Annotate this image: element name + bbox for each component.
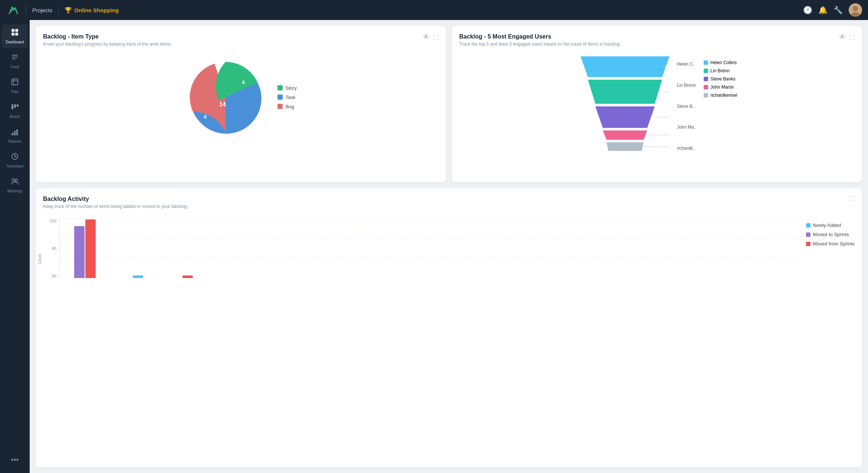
visibility-icon[interactable]: 👁	[423, 33, 430, 41]
card-header-text: Backlog - Item Type Know your backlog's …	[43, 33, 172, 53]
bar-to-1	[74, 226, 85, 278]
funnel-chart-area: Helen C.. Lin Brenn Steve B.. John Ma.. …	[459, 53, 855, 175]
nav-divider	[26, 4, 26, 16]
svg-rect-9	[12, 59, 16, 59]
funnel-label-lin: Lin Brenn	[677, 83, 697, 88]
svg-rect-14	[14, 104, 16, 108]
funnel-legend-richard: richardkennel	[704, 93, 737, 98]
sidebar-item-dashboard[interactable]: Dashboard	[2, 24, 28, 48]
bar-from-4	[183, 275, 193, 278]
sidebar-reports-label: Reports	[8, 139, 21, 143]
top-nav: Projects 🏆 Online Shopping 🕐 🔔 🔧	[0, 0, 868, 20]
backlog-activity-title: Backlog Activity	[43, 196, 188, 202]
bar-groups	[63, 219, 193, 278]
svg-rect-4	[15, 29, 18, 32]
y-axis-line	[59, 219, 60, 278]
app-logo[interactable]	[6, 3, 20, 17]
card-header-users-text: Backlog - 5 Most Engaged Users Track the…	[459, 33, 621, 53]
svg-rect-3	[11, 29, 14, 32]
card-header-users: Backlog - 5 Most Engaged Users Track the…	[459, 33, 855, 53]
backlog-item-type-title: Backlog - Item Type	[43, 33, 172, 40]
sidebar-timesheet-label: Timesheet	[6, 164, 23, 168]
funnel-legend: Helen Collins Lin Brenn Steve Banks	[704, 56, 737, 98]
user-avatar[interactable]	[849, 3, 862, 17]
bar-group-4	[183, 275, 193, 278]
dashboard-icon	[11, 28, 19, 39]
backlog-item-type-card: Backlog - Item Type Know your backlog's …	[36, 26, 446, 182]
sidebar-item-label: Dashboard	[6, 40, 24, 44]
sidebar-item-plan[interactable]: Plan	[2, 74, 28, 97]
bell-icon[interactable]: 🔔	[818, 6, 828, 14]
x-axis-count-label: Count	[38, 254, 42, 264]
sidebar-board-label: Board	[10, 115, 20, 119]
svg-point-24	[15, 179, 18, 182]
chart-inner	[59, 219, 799, 278]
svg-rect-6	[15, 33, 18, 36]
backlog-activity-subtitle: Keep track of the number of items being …	[43, 204, 188, 209]
bug-legend-dot	[277, 104, 283, 109]
expand-icon2[interactable]: ⛶	[849, 34, 855, 40]
feed-icon	[11, 53, 19, 63]
legend-moved-to-sprints: Moved to Sprints	[806, 232, 855, 237]
card-actions-item-type: 👁 ⛶	[423, 33, 438, 41]
clock-icon[interactable]: 🕐	[803, 6, 812, 14]
y-60: 60	[52, 274, 56, 278]
sidebar-item-board[interactable]: Board	[2, 99, 28, 122]
svg-text:14: 14	[219, 101, 226, 108]
bar-newly-3	[133, 275, 143, 278]
reports-icon	[11, 128, 19, 138]
timesheet-icon	[11, 152, 19, 163]
sidebar-feed-label: Feed	[11, 65, 19, 69]
funnel-svg	[577, 56, 673, 171]
legend-task: Task	[277, 95, 297, 100]
card-actions-activity: ⛶	[849, 196, 855, 202]
sidebar-item-feed[interactable]: Feed	[2, 49, 28, 73]
activity-legend: Newly Added Moved to Sprints Moved from …	[806, 215, 855, 247]
backlog-item-type-subtitle: Know your backlog's progress by keeping …	[43, 42, 172, 47]
funnel-label-john: John Ma..	[677, 125, 697, 130]
svg-rect-7	[12, 55, 18, 56]
activity-chart-area: 100 80 60	[43, 215, 855, 285]
top-card-row: Backlog - Item Type Know your backlog's …	[36, 26, 862, 182]
funnel-legend-lin: Lin Brenn	[704, 68, 737, 73]
gridline-100	[59, 219, 799, 219]
pie-chart-container: 4 14 4 Story	[43, 53, 438, 142]
main-layout: Dashboard Feed Plan	[0, 20, 868, 473]
card-header-activity-text: Backlog Activity Keep track of the numbe…	[43, 196, 188, 215]
sidebar-more[interactable]: •••	[11, 451, 19, 469]
bug-legend-label: Bug	[286, 104, 294, 109]
expand-icon3[interactable]: ⛶	[849, 196, 855, 202]
sidebar-plan-label: Plan	[11, 90, 19, 94]
sidebar-item-reports[interactable]: Reports	[2, 124, 28, 147]
svg-point-23	[12, 179, 15, 182]
task-legend-label: Task	[286, 95, 296, 100]
svg-rect-18	[16, 129, 18, 135]
svg-rect-17	[14, 131, 16, 135]
svg-text:4: 4	[242, 79, 245, 85]
nav-divider2	[58, 4, 59, 16]
bar-group-3	[133, 275, 165, 278]
meetings-icon	[11, 177, 19, 188]
visibility-icon2[interactable]: 👁	[839, 33, 846, 41]
funnel-label-helen: Helen C..	[677, 62, 697, 67]
pie-legend: Story Task Bug	[277, 85, 297, 109]
funnel-legend-steve: Steve Banks	[704, 76, 737, 82]
y-80: 80	[52, 246, 56, 251]
svg-text:4: 4	[204, 114, 207, 120]
svg-rect-10	[12, 79, 18, 85]
backlog-users-title: Backlog - 5 Most Engaged Users	[459, 33, 621, 40]
card-actions-users: 👁 ⛶	[839, 33, 855, 41]
funnel-legend-helen: Helen Collins	[704, 60, 737, 65]
tools-icon[interactable]: 🔧	[834, 6, 843, 14]
sidebar-meetings-label: Meetings	[7, 189, 23, 193]
nav-project-name[interactable]: 🏆 Online Shopping	[65, 7, 119, 14]
card-header-activity: Backlog Activity Keep track of the numbe…	[43, 196, 855, 215]
funnel-label-steve: Steve B..	[677, 104, 697, 109]
legend-newly-added: Newly Added	[806, 222, 855, 228]
legend-moved-from-sprints: Moved from Sprints	[806, 241, 855, 247]
expand-icon[interactable]: ⛶	[433, 34, 438, 40]
sidebar-item-meetings[interactable]: Meetings	[2, 173, 28, 197]
svg-rect-15	[17, 104, 19, 107]
sidebar-item-timesheet[interactable]: Timesheet	[2, 149, 28, 172]
nav-projects-label[interactable]: Projects	[32, 7, 52, 13]
